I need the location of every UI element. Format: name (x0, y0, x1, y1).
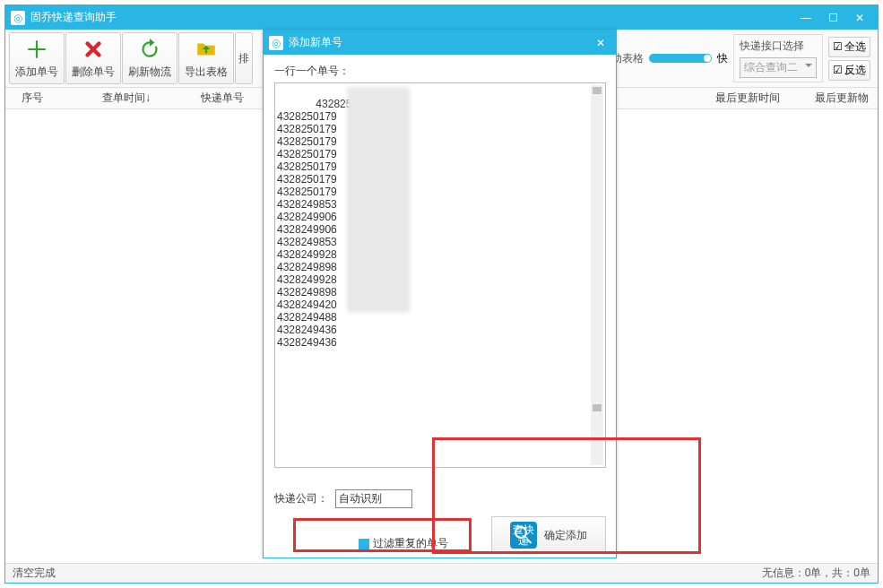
status-right: 无信息：0单，共：0单 (762, 566, 870, 581)
textarea-scrollbar[interactable] (591, 85, 603, 465)
invert-select-button[interactable]: ☑反选 (828, 60, 870, 81)
refresh-button[interactable]: 刷新物流 (122, 32, 177, 84)
status-bar: 清空完成 无信息：0单，共：0单 (5, 563, 878, 583)
add-tracking-button[interactable]: 添加单号 (9, 32, 65, 84)
checklist-icon: ☑ (833, 40, 843, 53)
company-select[interactable]: 自动识别 (335, 489, 412, 508)
main-titlebar: ◎ 固乔快递查询助手 — ☐ ✕ (5, 5, 878, 30)
select-all-button[interactable]: ☑全选 (828, 37, 870, 57)
delete-tracking-button[interactable]: 删除单号 (65, 32, 121, 84)
col-last-update-obj[interactable]: 最后更新物 (806, 91, 878, 106)
interface-group: 快递接口选择 综合查询二 (733, 34, 823, 82)
company-label: 快递公司： (274, 491, 328, 506)
col-last-update-time[interactable]: 最后更新时间 (689, 91, 806, 106)
plus-icon (24, 37, 49, 62)
dialog-titlebar: ◎ 添加新单号 ✕ (264, 30, 616, 55)
add-tracking-dialog: ◎ 添加新单号 ✕ 一行一个单号： 4328250179 4328250179 … (263, 30, 617, 558)
dialog-close-button[interactable]: ✕ (591, 33, 610, 53)
status-left: 清空完成 (13, 566, 56, 581)
folder-icon (194, 37, 219, 62)
one-per-line-label: 一行一个单号： (274, 64, 605, 79)
minimize-button[interactable]: — (793, 9, 818, 27)
close-button[interactable]: ✕ (847, 9, 872, 27)
speed-label: 快 (717, 51, 728, 66)
col-seq[interactable]: 序号 (5, 91, 59, 106)
speed-slider[interactable] (649, 54, 712, 63)
magnifier-icon: ◎ (269, 36, 283, 50)
tracking-numbers-textarea[interactable]: 4328250179 4328250179 4328250179 4328250… (274, 82, 606, 468)
filter-duplicate-checkbox[interactable]: 过滤重复的单号 (359, 536, 448, 551)
invert-icon: ☑ (833, 64, 843, 76)
col-query-time[interactable]: 查单时间↓ (59, 91, 194, 106)
export-button[interactable]: 导出表格 (178, 32, 234, 84)
dialog-title: 添加新单号 (289, 35, 591, 50)
redacted-area (347, 87, 410, 313)
checkbox-icon (359, 539, 369, 549)
more-button[interactable]: 排 (235, 32, 253, 84)
interface-select[interactable]: 综合查询二 (740, 57, 817, 78)
refresh-icon (137, 37, 162, 62)
search-express-icon: 查快递 (510, 522, 537, 549)
confirm-add-button[interactable]: 查快递 确定添加 (491, 516, 606, 554)
app-title: 固乔快递查询助手 (30, 10, 793, 25)
x-icon (81, 37, 106, 62)
app-icon: ◎ (11, 11, 25, 25)
maximize-button[interactable]: ☐ (820, 9, 845, 27)
